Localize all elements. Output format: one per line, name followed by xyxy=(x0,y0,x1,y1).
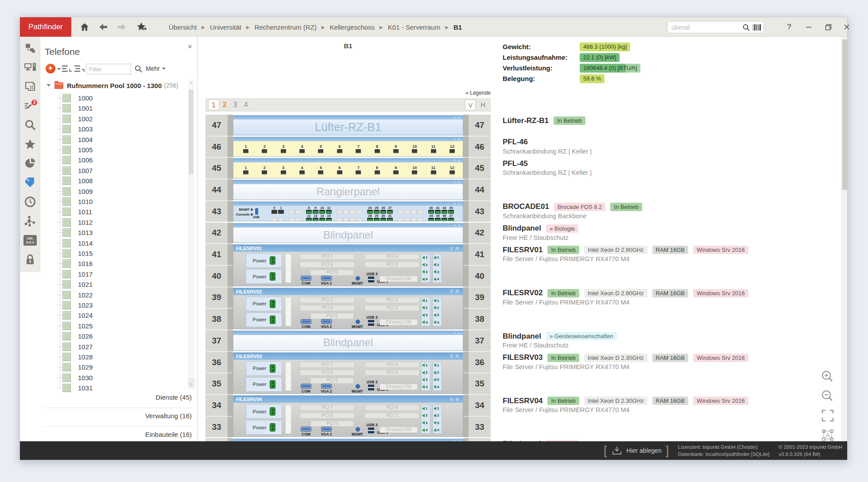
pie-chart-icon[interactable] xyxy=(20,155,40,171)
tree-item[interactable]: 1027 xyxy=(62,342,93,352)
tree-item[interactable]: 1023 xyxy=(62,300,93,310)
device-row[interactable]: Blindpanel» Geisteswissenschaften xyxy=(503,331,617,341)
tree-item[interactable]: 1004 xyxy=(62,135,93,145)
minimize-button[interactable] xyxy=(800,17,817,37)
tree-item[interactable]: 1017 xyxy=(62,269,93,279)
device-row[interactable]: BROCADE01Brocade FOS 8.2In Betrieb xyxy=(503,202,642,212)
topology-icon[interactable] xyxy=(20,40,40,56)
rack-panel-filesrv02[interactable]: FILESRV02VHPowerPowerPCI 7PCI 6PCI 5PCI … xyxy=(233,288,463,329)
view-vertical-tab[interactable]: V xyxy=(465,100,476,110)
rack-tab[interactable]: 1 xyxy=(208,100,219,110)
rack-panel-blank[interactable]: VHBlindpanel xyxy=(233,331,463,351)
panel-scrollbar[interactable] xyxy=(188,79,194,389)
tree-item[interactable]: 1021 xyxy=(62,279,93,289)
fit-view-icon[interactable] xyxy=(821,409,836,424)
ip-address-icon[interactable]: 192.0.0.1 xyxy=(20,232,40,248)
rack-tab[interactable]: 2 xyxy=(220,100,230,110)
more-button[interactable]: Mehr xyxy=(146,65,166,72)
tree-item[interactable]: 1031 xyxy=(62,383,93,393)
breadcrumb-item[interactable]: Kellergeschoss xyxy=(329,23,375,31)
barcode-icon[interactable] xyxy=(752,24,763,31)
tree-item[interactable]: 1003 xyxy=(62,124,93,134)
filter-input[interactable] xyxy=(86,64,131,74)
zoom-in-icon[interactable] xyxy=(821,370,836,385)
search-input[interactable] xyxy=(668,24,741,31)
tree-item[interactable]: 1001 xyxy=(62,103,93,113)
room-plan-icon[interactable] xyxy=(20,78,40,94)
favorite-add-icon[interactable] xyxy=(134,20,148,34)
drop-target[interactable]: [ Hier ablegen ] xyxy=(604,441,669,460)
main-scroll-thumb[interactable] xyxy=(842,39,847,190)
breadcrumb-item[interactable]: Rechenzentrum (RZ) xyxy=(255,23,317,31)
tree-item[interactable]: 1024 xyxy=(62,310,93,320)
device-row[interactable]: FILESRV04In BetriebIntel Xeon D 2.30GHzR… xyxy=(503,396,748,406)
add-button[interactable] xyxy=(46,64,55,73)
breadcrumb-item[interactable]: Übersicht xyxy=(169,23,197,31)
rack-panel-fan[interactable]: VHLüfter-RZ-B1 xyxy=(233,115,463,135)
rack-panel-switch[interactable]: VHMGMTConsoleUSB018129131014111524282529… xyxy=(233,201,463,222)
lock-icon[interactable] xyxy=(20,252,40,268)
tag-icon[interactable] xyxy=(20,175,40,191)
panel-scroll-thumb[interactable] xyxy=(189,90,194,174)
breadcrumb-item[interactable]: B1 xyxy=(453,23,462,31)
forward-icon[interactable] xyxy=(115,20,129,34)
close-button[interactable] xyxy=(838,17,855,37)
collapse-list-icon[interactable] xyxy=(74,65,85,73)
scroll-down-icon[interactable]: ⌄ xyxy=(188,378,194,387)
expand-list-icon[interactable] xyxy=(62,65,72,73)
breadcrumb-item[interactable]: K01 - Serverraum xyxy=(388,23,440,31)
tree-item[interactable]: 1005 xyxy=(62,145,93,155)
tree-item[interactable]: 1012 xyxy=(62,217,93,228)
workstation-icon[interactable] xyxy=(20,59,40,75)
rack-panel-blank[interactable]: VHBlindpanel xyxy=(233,223,463,243)
expander-icon[interactable] xyxy=(46,84,51,87)
tree-item[interactable]: 1006 xyxy=(62,155,93,165)
app-logo[interactable]: Pathfinder xyxy=(20,17,71,37)
tree-item[interactable]: 1015 xyxy=(62,248,93,258)
rack-panel-patch[interactable]: VH123456789101112 xyxy=(233,137,463,157)
tree-item[interactable]: 1029 xyxy=(62,362,93,372)
tree-item[interactable]: 1030 xyxy=(62,373,93,383)
tree-item[interactable]: 1013 xyxy=(62,228,93,238)
panel-close-icon[interactable]: ✕ xyxy=(186,42,194,51)
tree-root[interactable]: Rufnummern Pool 1000 - 1300 (256) xyxy=(46,81,178,90)
rack-panel-blank[interactable]: VHRangierpanel xyxy=(233,180,463,200)
tree-item[interactable]: 1028 xyxy=(62,352,93,362)
home-icon[interactable] xyxy=(78,20,92,34)
device-row[interactable]: Blindpanel» Biologie xyxy=(503,224,578,234)
tree-item[interactable]: 1011 xyxy=(62,207,92,217)
tree-item[interactable]: 1025 xyxy=(62,321,93,331)
clock-icon[interactable] xyxy=(20,194,40,210)
tree-item[interactable]: 1016 xyxy=(62,258,93,269)
tree-item[interactable]: 1010 xyxy=(62,197,93,207)
legend-toggle[interactable]: « Legende xyxy=(205,90,491,96)
tree-item[interactable]: 1014 xyxy=(62,238,93,248)
section-header[interactable]: Einbauteile (16) xyxy=(145,431,192,438)
tree-item[interactable]: 1022 xyxy=(62,290,93,300)
add-caret-icon[interactable] xyxy=(57,68,61,70)
tree-item[interactable]: 1008 xyxy=(62,176,93,186)
rack-panel-filesrv04[interactable]: FILESRV04VHPowerPowerPCI 7PCI 6PCI 5PCI … xyxy=(233,395,463,437)
rack-panel-patch[interactable]: VH123456789101112 xyxy=(233,158,463,178)
tree-item[interactable]: 1000 xyxy=(62,93,93,103)
tree-item[interactable]: 1002 xyxy=(62,114,93,124)
filter-search-icon[interactable] xyxy=(134,65,143,73)
help-button[interactable]: ? xyxy=(781,17,798,37)
rack-tab[interactable]: 3 xyxy=(230,100,240,110)
device-row[interactable]: FILESRV03In BetriebIntel Xeon D 2.30GHzR… xyxy=(503,353,748,363)
zoom-out-icon[interactable] xyxy=(821,389,836,404)
text-size-icon[interactable]: A xyxy=(821,428,836,442)
view-horizontal-tab[interactable]: H xyxy=(478,100,488,110)
search-icon[interactable] xyxy=(741,23,752,31)
breadcrumb-item[interactable]: Universität xyxy=(210,23,241,31)
section-header[interactable]: Verwaltung (16) xyxy=(145,412,192,420)
maximize-button[interactable] xyxy=(820,17,837,37)
search-icon[interactable] xyxy=(20,117,40,133)
tree-item[interactable]: 1026 xyxy=(62,331,93,341)
rack-tab[interactable]: 4 xyxy=(241,100,251,110)
section-header[interactable]: Dienste (45) xyxy=(155,393,192,401)
network-icon[interactable] xyxy=(20,213,40,229)
device-row[interactable]: PFL-45 xyxy=(503,158,528,169)
device-row[interactable]: FILESRV01In BetriebIntel Xeon D 2.90GHzR… xyxy=(503,245,748,255)
rack-panel-filesrv01[interactable]: FILESRV01VHPowerPowerPCI 7PCI 6PCI 5PCI … xyxy=(233,244,463,286)
